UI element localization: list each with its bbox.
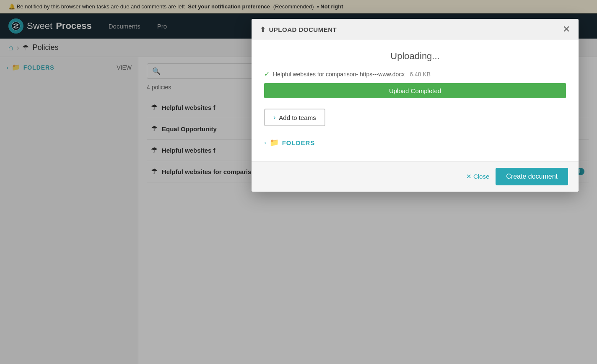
folders-chevron-icon: › [264,139,266,146]
modal-close-button[interactable]: ✕ [563,25,570,34]
upload-icon: ⬆ [260,26,266,34]
upload-document-modal: ⬆ UPLOAD DOCUMENT ✕ Uploading... ✓ Helpf… [252,19,579,192]
add-to-teams-button[interactable]: › Add to teams [264,109,325,126]
modal-body: Uploading... ✓ Helpful websites for comp… [252,40,579,161]
file-info: ✓ Helpful websites for comparison- https… [264,70,566,78]
progress-text: Upload Completed [389,87,441,94]
close-button[interactable]: ✕ Close [466,173,490,180]
create-document-button[interactable]: Create document [496,168,568,185]
modal-footer: ✕ Close Create document [252,161,579,192]
chevron-right-icon: › [273,114,275,121]
modal-header: ⬆ UPLOAD DOCUMENT ✕ [252,19,579,40]
file-size: 6.48 KB [410,71,431,78]
progress-bar: Upload Completed [264,83,566,98]
modal-title-text: UPLOAD DOCUMENT [269,26,337,33]
add-to-teams-label: Add to teams [279,114,316,121]
folders-section[interactable]: › 📁 FOLDERS [264,135,566,151]
file-name: Helpful websites for comparison- https--… [273,71,405,78]
folders-folder-icon: 📁 [270,138,279,147]
check-icon: ✓ [264,70,270,78]
modal-title: ⬆ UPLOAD DOCUMENT [260,26,337,34]
folders-text: FOLDERS [282,139,315,146]
uploading-title: Uploading... [264,51,566,62]
